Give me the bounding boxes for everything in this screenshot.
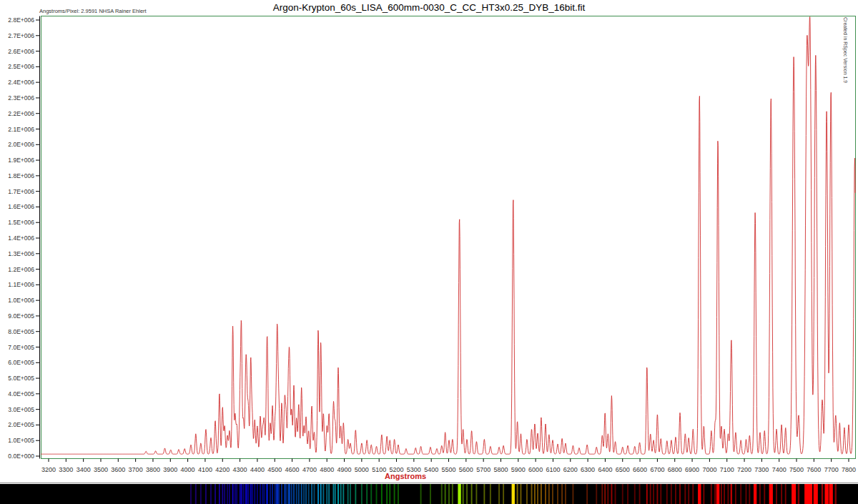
y-tick-label: 9.0E+005: [8, 312, 34, 320]
x-tick-label: 7500: [789, 466, 804, 473]
x-tick-label: 3500: [94, 466, 108, 473]
x-tick-label: 7000: [702, 466, 716, 473]
x-tick-label: 7300: [754, 466, 769, 473]
x-tick-label: 4200: [215, 466, 230, 473]
x-tick-label: 3600: [111, 466, 125, 473]
spectrum-plot-area[interactable]: 0.0E+0001.0E+0052.0E+0053.0E+0054.0E+005…: [0, 0, 858, 483]
y-tick-label: 1.5E+006: [8, 219, 34, 226]
y-tick-label: 2.1E+006: [8, 126, 34, 133]
y-tick-label: 2.4E+006: [8, 79, 34, 86]
x-tick-label: 4300: [233, 466, 247, 473]
x-tick-label: 4100: [198, 466, 212, 473]
y-tick-label: 2.8E+006: [8, 16, 34, 24]
y-tick-label: 2.0E+005: [8, 421, 34, 428]
x-tick-label: 6100: [546, 466, 560, 473]
y-tick-label: 1.7E+006: [8, 188, 34, 195]
x-tick-label: 3200: [41, 466, 56, 473]
y-tick-label: 2.7E+006: [8, 32, 34, 39]
y-tick-label: 1.1E+006: [8, 281, 34, 288]
x-tick-label: 7400: [772, 466, 786, 473]
spectrum-line: [41, 17, 855, 455]
x-tick-label: 4500: [267, 466, 282, 473]
x-tick-label: 4800: [320, 466, 334, 473]
y-tick-label: 1.0E+005: [8, 437, 34, 444]
x-tick-label: 6200: [563, 466, 578, 473]
x-tick-label: 4700: [302, 466, 317, 473]
x-tick-label: 3400: [77, 466, 91, 473]
y-tick-label: 1.0E+006: [8, 297, 34, 304]
y-tick-label: 7.0E+005: [8, 344, 34, 351]
x-tick-label: 4600: [285, 466, 300, 473]
y-tick-label: 1.8E+006: [8, 172, 34, 179]
x-tick-label: 4900: [337, 466, 352, 473]
strip-separator: [0, 483, 858, 483]
y-tick-label: 1.9E+006: [8, 157, 34, 164]
x-tick-label: 3700: [129, 466, 143, 473]
x-tick-label: 5400: [424, 466, 438, 473]
x-tick-label: 7100: [720, 466, 734, 473]
x-tick-label: 5900: [511, 466, 526, 473]
y-tick-label: 2.3E+006: [8, 94, 34, 102]
x-tick-label: 6900: [685, 466, 699, 473]
x-tick-label: 5000: [355, 466, 369, 473]
x-tick-label: 6300: [581, 466, 595, 473]
y-tick-label: 1.6E+006: [8, 203, 34, 210]
x-tick-label: 4400: [250, 466, 265, 473]
y-tick-label: 6.0E+005: [8, 359, 34, 366]
y-tick-label: 2.0E+006: [8, 141, 34, 148]
x-tick-label: 6800: [668, 466, 682, 473]
y-tick-label: 8.0E+005: [8, 328, 34, 335]
x-axis-label: Angstroms: [385, 472, 426, 480]
x-tick-label: 4000: [181, 466, 195, 473]
x-tick-label: 7800: [842, 466, 856, 473]
rspec-window: { "header": { "scale_note": "Angstroms/P…: [0, 0, 858, 504]
x-axis: 3200330034003500360037003800390040004100…: [41, 459, 856, 474]
x-tick-label: 7700: [824, 466, 839, 473]
x-tick-label: 5700: [476, 466, 490, 473]
y-tick-label: 2.5E+006: [8, 63, 34, 70]
y-tick-label: 2.6E+006: [8, 48, 34, 55]
strip-background: [0, 484, 858, 504]
x-tick-label: 5600: [459, 466, 473, 473]
y-tick-label: 1.3E+006: [8, 250, 34, 257]
x-tick-label: 6500: [616, 466, 630, 473]
y-tick-label: 3.0E+005: [8, 406, 34, 413]
y-tick-label: 2.2E+006: [8, 110, 34, 117]
colorized-spectrum-strip: [0, 484, 858, 504]
x-tick-label: 3300: [59, 466, 73, 473]
x-tick-label: 6000: [528, 466, 543, 473]
plot-frame: [41, 16, 856, 459]
x-tick-label: 5800: [493, 466, 508, 473]
y-tick-label: 1.4E+006: [8, 234, 34, 242]
x-tick-label: 3800: [146, 466, 160, 473]
y-tick-label: 5.0E+005: [8, 375, 34, 382]
y-tick-label: 1.2E+006: [8, 266, 34, 273]
y-tick-label: 0.0E+000: [8, 453, 34, 460]
x-tick-label: 3900: [163, 466, 177, 473]
x-tick-label: 6600: [633, 466, 647, 473]
x-tick-label: 5500: [441, 466, 455, 473]
x-tick-label: 7600: [807, 466, 821, 473]
y-tick-label: 4.0E+005: [8, 390, 34, 397]
x-tick-label: 6400: [598, 466, 612, 473]
x-tick-label: 6700: [650, 466, 664, 473]
x-tick-label: 7200: [737, 466, 751, 473]
y-axis: 0.0E+0001.0E+0052.0E+0053.0E+0054.0E+005…: [8, 16, 39, 460]
